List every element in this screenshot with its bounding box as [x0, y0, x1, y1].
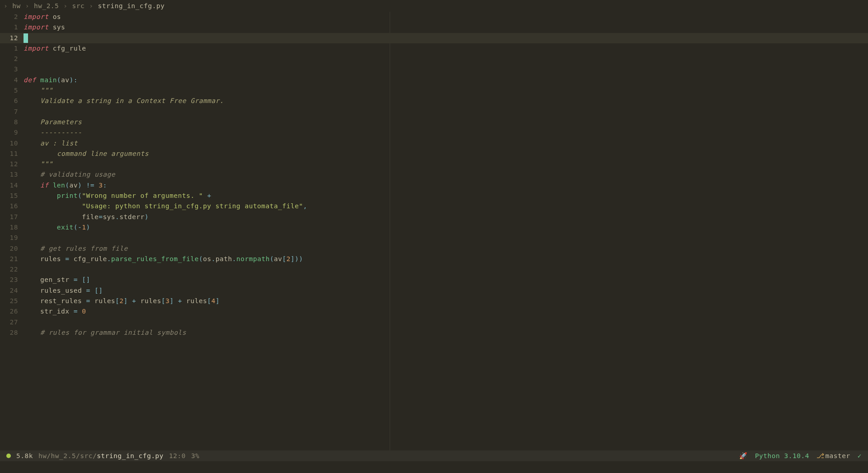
code-line[interactable]: 26 str_idx = 0 [0, 306, 868, 317]
code-line[interactable]: 28 # rules for grammar initial symbols [0, 328, 868, 338]
code-content[interactable]: av : list [21, 138, 868, 149]
line-number: 18 [0, 222, 21, 233]
breadcrumb-item[interactable]: src [72, 2, 85, 9]
code-content[interactable] [21, 107, 868, 117]
code-line[interactable]: 25 rest_rules = rules[2] + rules[3] + ru… [0, 296, 868, 306]
code-content[interactable]: """ [21, 85, 868, 96]
code-line[interactable]: 23 gen_str = [] [0, 275, 868, 285]
code-line[interactable]: 6 Validate a string in a Context Free Gr… [0, 96, 868, 106]
code-content[interactable]: str_idx = 0 [21, 306, 868, 317]
python-version[interactable]: Python 3.10.4 [755, 452, 809, 459]
code-line[interactable]: 9 ---------- [0, 127, 868, 138]
code-line[interactable]: 22 [0, 264, 868, 275]
code-content[interactable]: # rules for grammar initial symbols [21, 328, 868, 338]
code-line[interactable]: 7 [0, 107, 868, 117]
line-number: 1 [0, 43, 21, 54]
breadcrumb-item[interactable]: hw_2.5 [34, 2, 59, 9]
line-number: 9 [0, 127, 21, 138]
rocket-icon[interactable]: 🚀 [739, 452, 748, 460]
code-content[interactable] [21, 33, 868, 43]
code-content[interactable]: "Usage: python string_in_cfg.py string a… [21, 201, 868, 211]
line-number: 16 [0, 201, 21, 211]
file-path-name: string_in_cfg.py [97, 452, 164, 459]
text-cursor [24, 33, 28, 43]
file-path-dir: hw/hw_2.5/src/ [38, 452, 97, 459]
scroll-percent: 3% [191, 452, 199, 459]
code-line[interactable]: 5 """ [0, 85, 868, 96]
code-content[interactable] [21, 317, 868, 328]
line-number: 19 [0, 233, 21, 243]
code-line[interactable]: 15 print("Wrong number of arguments. " + [0, 191, 868, 201]
code-content[interactable]: import os [21, 12, 868, 22]
git-branch[interactable]: ⎇master [816, 452, 850, 459]
code-line[interactable]: 8 Parameters [0, 117, 868, 127]
code-content[interactable]: rules_used = [] [21, 286, 868, 296]
code-content[interactable] [21, 264, 868, 275]
code-line[interactable]: 20 # get rules from file [0, 244, 868, 254]
code-line[interactable]: 16 "Usage: python string_in_cfg.py strin… [0, 201, 868, 211]
line-number: 2 [0, 54, 21, 64]
breadcrumb-item[interactable]: hw [12, 2, 20, 9]
code-content[interactable] [21, 64, 868, 75]
code-line[interactable]: 18 exit(-1) [0, 222, 868, 233]
code-content[interactable] [21, 233, 868, 243]
code-content[interactable]: """ [21, 159, 868, 169]
code-line[interactable]: 2 [0, 54, 868, 64]
code-line[interactable]: 19 [0, 233, 868, 243]
breadcrumb-item[interactable]: string_in_cfg.py [98, 2, 165, 9]
line-number: 17 [0, 212, 21, 222]
code-content[interactable]: Parameters [21, 117, 868, 127]
code-line[interactable]: 24 rules_used = [] [0, 286, 868, 296]
code-content[interactable]: print("Wrong number of arguments. " + [21, 191, 868, 201]
file-path[interactable]: hw/hw_2.5/src/string_in_cfg.py [38, 452, 164, 459]
chevron-right-icon: › [4, 2, 8, 9]
line-number: 5 [0, 85, 21, 96]
chevron-right-icon: › [63, 2, 67, 9]
line-number: 21 [0, 254, 21, 264]
chevron-right-icon: › [25, 2, 29, 9]
line-number: 23 [0, 275, 21, 285]
code-line[interactable]: 3 [0, 64, 868, 75]
status-dot-icon [6, 454, 11, 458]
code-content[interactable]: ---------- [21, 127, 868, 138]
breadcrumb: › hw › hw_2.5 › src › string_in_cfg.py [0, 0, 868, 12]
code-content[interactable]: file=sys.stderr) [21, 212, 868, 222]
code-content[interactable]: # get rules from file [21, 244, 868, 254]
code-line[interactable]: 10 av : list [0, 138, 868, 149]
code-line[interactable]: 13 # validating usage [0, 169, 868, 180]
line-number: 14 [0, 180, 21, 191]
check-icon[interactable]: ✓ [858, 452, 862, 459]
code-line[interactable]: 1import sys [0, 22, 868, 33]
code-content[interactable]: import sys [21, 22, 868, 33]
code-line[interactable]: 11 command line arguments [0, 149, 868, 159]
code-line[interactable]: 14 if len(av) != 3: [0, 180, 868, 191]
line-number: 11 [0, 149, 21, 159]
line-number: 4 [0, 75, 21, 85]
code-content[interactable]: import cfg_rule [21, 43, 868, 54]
code-content[interactable]: gen_str = [] [21, 275, 868, 285]
code-content[interactable]: rest_rules = rules[2] + rules[3] + rules… [21, 296, 868, 306]
code-line[interactable]: 1import cfg_rule [0, 43, 868, 54]
code-content[interactable]: # validating usage [21, 169, 868, 180]
line-number: 13 [0, 169, 21, 180]
line-number: 24 [0, 286, 21, 296]
code-line[interactable]: 27 [0, 317, 868, 328]
code-line[interactable]: 4def main(av): [0, 75, 868, 85]
line-number: 20 [0, 244, 21, 254]
code-content[interactable]: rules = cfg_rule.parse_rules_from_file(o… [21, 254, 868, 264]
code-line[interactable]: 12 """ [0, 159, 868, 169]
code-content[interactable] [21, 54, 868, 64]
code-content[interactable]: command line arguments [21, 149, 868, 159]
code-content[interactable]: def main(av): [21, 75, 868, 85]
code-line[interactable]: 12 [0, 33, 868, 43]
line-number: 2 [0, 12, 21, 22]
code-content[interactable]: exit(-1) [21, 222, 868, 233]
code-line[interactable]: 17 file=sys.stderr) [0, 212, 868, 222]
code-content[interactable]: Validate a string in a Context Free Gram… [21, 96, 868, 106]
code-content[interactable]: if len(av) != 3: [21, 180, 868, 191]
line-number: 8 [0, 117, 21, 127]
code-line[interactable]: 21 rules = cfg_rule.parse_rules_from_fil… [0, 254, 868, 264]
code-line[interactable]: 2import os [0, 12, 868, 22]
code-editor[interactable]: 2import os1import sys121import cfg_rule2… [0, 12, 868, 454]
line-number: 6 [0, 96, 21, 106]
